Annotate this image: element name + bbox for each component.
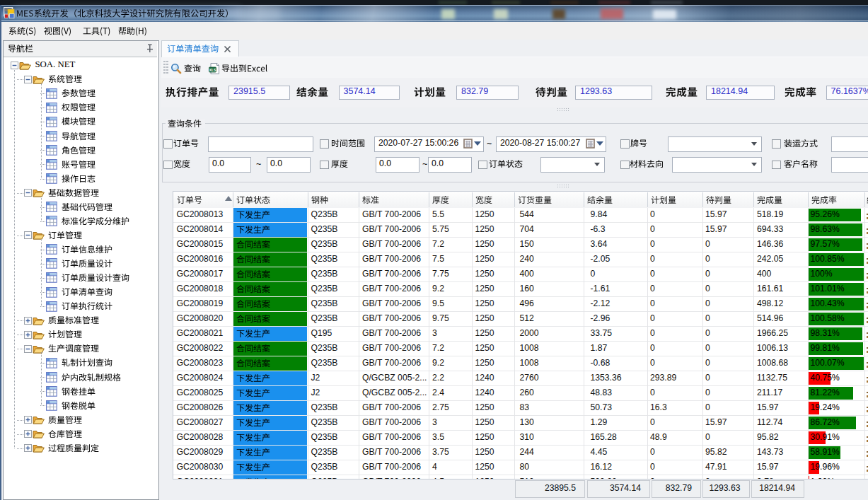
svg-text:XLS: XLS — [209, 68, 216, 72]
